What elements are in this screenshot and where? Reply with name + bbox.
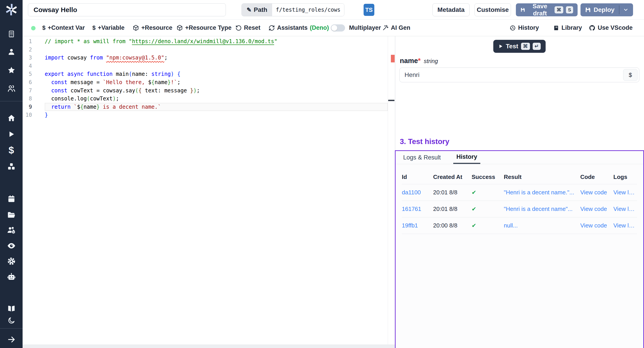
code-line[interactable]: } <box>45 111 388 119</box>
script-title-input[interactable] <box>28 3 226 16</box>
view-logs-link[interactable]: View logs <box>613 189 637 196</box>
deploy-separator <box>619 5 620 14</box>
sidebar-divider <box>0 328 22 328</box>
line-number: 1 <box>22 37 45 46</box>
resources-boxes-icon[interactable] <box>0 162 22 171</box>
ai-gen-button[interactable]: AI Gen <box>382 20 410 36</box>
path-edit-button[interactable]: ✎ Path <box>242 4 272 16</box>
kbd-s: S <box>566 6 573 13</box>
code-editor[interactable]: 12345678910 // import * as wmill from "h… <box>22 36 395 348</box>
user-icon[interactable] <box>0 48 22 56</box>
col-logs: Logs <box>613 174 637 180</box>
view-logs-link[interactable]: View logs <box>613 222 637 229</box>
line-number: 9 <box>22 103 45 111</box>
table-row: 16176120:01 8/8✔"Henri is a decent name"… <box>402 201 637 218</box>
arg-name-input[interactable] <box>399 68 639 82</box>
settings-gear-icon[interactable] <box>0 256 22 266</box>
tabs: Logs & Result History <box>396 151 643 164</box>
editor-toolbar: $ +Context Var $ +Variable +Resource +Re… <box>22 20 644 36</box>
customise-button[interactable]: Customise <box>474 3 511 16</box>
history-table-header: Id Created At Success Result Code Logs <box>402 170 637 184</box>
tabs-divider <box>396 164 643 164</box>
code-line[interactable]: console.log(cowText); <box>45 94 388 103</box>
code-line[interactable]: import cowsay from "npm:cowsay@1.5.0"; <box>45 54 388 62</box>
success-check-icon: ✔ <box>472 189 504 196</box>
code-line[interactable] <box>45 46 388 54</box>
expand-arrow-right-icon[interactable] <box>0 334 22 344</box>
save-draft-label: Save draft <box>528 3 552 17</box>
path-label: Path <box>254 6 268 14</box>
package-icon <box>132 24 139 31</box>
docs-book-icon[interactable] <box>0 304 22 313</box>
tab-history[interactable]: History <box>453 151 480 164</box>
run-id-link[interactable]: 19ffb1 <box>402 222 433 229</box>
deploy-button[interactable]: Deploy <box>580 3 633 16</box>
result-link[interactable]: null... <box>504 222 580 229</box>
library-button[interactable]: Library <box>553 20 582 36</box>
tab-logs-result[interactable]: Logs & Result <box>403 151 441 164</box>
path-input[interactable] <box>272 4 344 16</box>
view-code-link[interactable]: View code <box>580 222 613 229</box>
multiplayer-toggle[interactable] <box>331 24 345 32</box>
typescript-badge: TS <box>364 4 374 16</box>
arg-field-label: name* string <box>400 57 438 65</box>
code-line[interactable]: const cowText = cowsay.say({ text: messa… <box>45 86 388 95</box>
created-at: 20:00 8/8 <box>433 222 472 229</box>
history-button[interactable]: History <box>510 20 539 36</box>
view-logs-link[interactable]: View logs <box>613 206 637 212</box>
dollar-icon: $ <box>92 24 96 31</box>
add-variable-button[interactable]: $ +Variable <box>92 20 124 36</box>
save-draft-button[interactable]: Save draft ⌘ S <box>516 3 578 16</box>
insert-variable-button[interactable]: $ <box>623 69 638 81</box>
code-line[interactable]: export async function main(name: string)… <box>45 70 388 78</box>
view-code-link[interactable]: View code <box>580 206 613 212</box>
windmill-logo-icon[interactable] <box>0 2 22 18</box>
test-button[interactable]: Test ⌘ ↵ <box>493 40 546 53</box>
add-resource-button[interactable]: +Resource <box>132 20 172 36</box>
run-id-link[interactable]: da1100 <box>402 189 433 196</box>
favorites-star-icon[interactable] <box>0 66 22 75</box>
run-id-link[interactable]: 161761 <box>402 206 433 212</box>
sidebar-divider <box>0 101 22 101</box>
add-resource-type-button[interactable]: +Resource Type <box>176 20 232 36</box>
kbd-enter: ↵ <box>533 43 541 50</box>
col-created-at: Created At <box>433 174 472 180</box>
status-dot <box>31 26 36 30</box>
save-icon <box>520 7 525 13</box>
save-icon <box>585 7 591 13</box>
kbd-cmd: ⌘ <box>554 6 563 13</box>
dark-mode-moon-icon[interactable] <box>0 316 22 325</box>
code-line[interactable]: // import * as wmill from "https://deno.… <box>45 37 388 46</box>
runs-play-icon[interactable] <box>0 130 22 139</box>
result-link[interactable]: "Henri is a decent name"... <box>504 206 580 212</box>
metadata-button[interactable]: Metadata <box>432 3 470 16</box>
assistants-lang: (Deno) <box>310 24 329 31</box>
ai-robot-icon[interactable] <box>0 272 22 282</box>
arg-input-wrap: $ <box>399 68 639 82</box>
path-group: ✎ Path <box>242 3 344 16</box>
kbd-cmd: ⌘ <box>521 43 530 50</box>
variables-dollar-icon[interactable]: $ <box>0 145 22 155</box>
result-link[interactable]: "Henri is a decent name."... <box>504 189 580 196</box>
assistants-button[interactable]: Assistants (Deno) <box>268 20 329 36</box>
add-context-var-button[interactable]: $ +Context Var <box>42 20 85 36</box>
schedules-calendar-icon[interactable] <box>0 194 22 204</box>
home-icon[interactable] <box>0 114 22 122</box>
workspace-building-icon[interactable] <box>0 30 22 38</box>
code-line[interactable]: const message = `Hello there, ${name}!`; <box>45 78 388 86</box>
line-number: 6 <box>22 78 45 86</box>
audit-logs-eye-icon[interactable] <box>0 241 22 250</box>
workers-users-gear-icon[interactable] <box>0 226 22 235</box>
folders-icon[interactable] <box>0 210 22 220</box>
view-code-link[interactable]: View code <box>580 189 613 196</box>
code-line[interactable] <box>45 62 388 70</box>
reset-button[interactable]: Reset <box>236 20 260 36</box>
history-table-body: da110020:01 8/8✔"Henri is a decent name.… <box>402 184 637 234</box>
use-vscode-button[interactable]: Use VScode <box>589 20 632 36</box>
chevron-down-icon[interactable] <box>623 7 628 13</box>
groups-users-icon[interactable] <box>0 84 22 93</box>
code-line[interactable]: return `${name} is a decent name.` <box>45 103 388 111</box>
line-number: 7 <box>22 86 45 95</box>
code-area[interactable]: // import * as wmill from "https://deno.… <box>45 37 388 119</box>
table-row: 19ffb120:00 8/8✔null...View codeView log… <box>402 218 637 234</box>
